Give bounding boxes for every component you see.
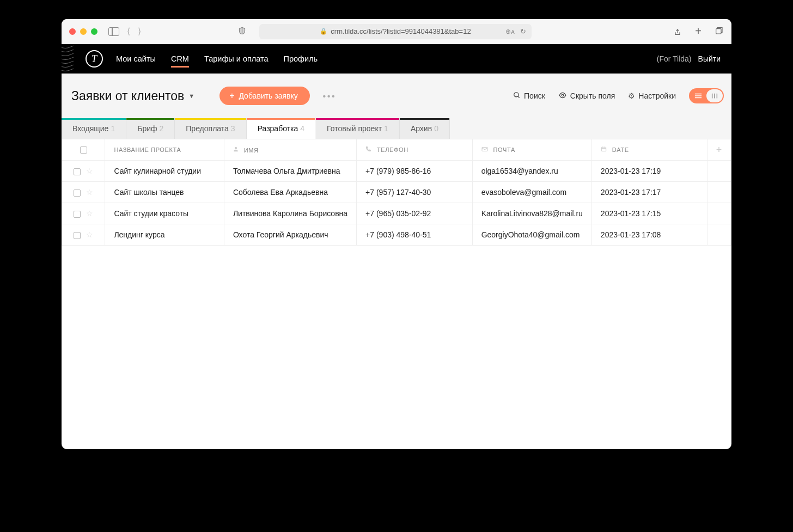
star-icon[interactable]: ☆	[86, 188, 93, 197]
tabs-overview-icon[interactable]	[714, 27, 724, 36]
logout-link[interactable]: Выйти	[698, 54, 721, 63]
cell-phone[interactable]: +7 (965) 035-02-92	[357, 203, 473, 224]
column-header-name[interactable]: ИМЯ	[224, 139, 356, 161]
url-text: crm.tilda.cc/lists/?listid=9914044381&ta…	[331, 27, 471, 35]
column-header-checkbox[interactable]	[62, 139, 105, 161]
cell-project[interactable]: Лендинг курса	[105, 224, 224, 246]
row-controls: ☆	[62, 161, 105, 182]
tab-count: 1	[111, 124, 115, 133]
column-header-email[interactable]: ПОЧТА	[472, 139, 591, 161]
lock-icon: 🔒	[320, 28, 327, 35]
status-tab-4[interactable]: Готовый проект 1	[316, 118, 400, 139]
row-checkbox[interactable]	[74, 232, 81, 239]
sidebar-toggle-icon[interactable]	[108, 27, 119, 36]
settings-button[interactable]: ⚙ Настройки	[628, 91, 676, 100]
add-lead-button[interactable]: + Добавить заявку	[219, 87, 310, 105]
status-tab-0[interactable]: Входящие 1	[62, 118, 126, 139]
cell-email[interactable]: KarolinaLitvinova828@mail.ru	[472, 203, 591, 224]
nav-back-icon[interactable]: ⟨	[127, 26, 130, 36]
eye-icon	[558, 91, 567, 101]
share-icon[interactable]	[673, 27, 682, 36]
nav-item-0[interactable]: Мои сайты	[116, 45, 156, 73]
status-tab-5[interactable]: Архив 0	[400, 118, 450, 139]
list-view-icon[interactable]	[690, 89, 706, 102]
row-checkbox[interactable]	[74, 168, 81, 175]
cell-project[interactable]: Сайт студии красоты	[105, 203, 224, 224]
list-title-dropdown[interactable]: Заявки от клиентов ▼	[71, 89, 194, 103]
table-row[interactable]: ☆Сайт школы танцевСоболева Ева Аркадьевн…	[62, 182, 731, 203]
nav-item-3[interactable]: Профиль	[284, 45, 318, 73]
cell-email[interactable]: olga16534@yandex.ru	[472, 161, 591, 182]
new-tab-icon[interactable]: +	[693, 27, 703, 36]
phone-icon	[365, 146, 374, 154]
tab-count: 2	[160, 124, 164, 133]
star-icon[interactable]: ☆	[86, 230, 93, 239]
table-row[interactable]: ☆Сайт кулинарной студииТолмачева Ольга Д…	[62, 161, 731, 182]
row-checkbox[interactable]	[74, 211, 81, 218]
view-mode-toggle[interactable]	[689, 88, 724, 103]
cell-phone[interactable]: +7 (957) 127-40-30	[357, 182, 473, 203]
row-checkbox[interactable]	[74, 189, 81, 197]
hide-fields-button[interactable]: Скрыть поля	[558, 91, 615, 101]
tab-label: Готовый проект	[327, 124, 382, 133]
list-title-text: Заявки от клиентов	[71, 89, 184, 103]
cell-email[interactable]: GeorgiyOhota40@gmail.com	[472, 224, 591, 246]
privacy-shield-icon[interactable]	[238, 27, 246, 36]
cell-date[interactable]: 2023-01-23 17:19	[591, 161, 707, 182]
cell-project[interactable]: Сайт школы танцев	[105, 182, 224, 203]
maximize-window-icon[interactable]	[91, 28, 97, 35]
select-all-checkbox[interactable]	[80, 146, 87, 154]
nav-item-1[interactable]: CRM	[171, 45, 189, 73]
tab-count: 4	[300, 124, 304, 133]
cell-email[interactable]: evasoboleva@gmail.com	[472, 182, 591, 203]
add-lead-label: Добавить заявку	[239, 91, 297, 100]
kanban-view-icon[interactable]	[706, 89, 723, 102]
cell-empty	[707, 161, 731, 182]
nav-item-2[interactable]: Тарифы и оплата	[204, 45, 269, 73]
minimize-window-icon[interactable]	[80, 28, 87, 35]
cell-person[interactable]: Литвинова Каролина Борисовна	[224, 203, 356, 224]
url-bar[interactable]: 🔒 crm.tilda.cc/lists/?listid=9914044381&…	[259, 24, 532, 39]
cell-person[interactable]: Толмачева Ольга Дмитриевна	[224, 161, 356, 182]
column-header-project[interactable]: НАЗВАНИЕ ПРОЕКТА	[105, 139, 224, 161]
plus-icon: +	[229, 91, 234, 101]
nav-forward-icon[interactable]: ⟩	[138, 26, 141, 36]
svg-point-10	[235, 146, 237, 149]
main-nav: Мои сайтыCRMТарифы и оплатаПрофиль	[116, 45, 318, 73]
cell-phone[interactable]: +7 (903) 498-40-51	[357, 224, 473, 246]
row-controls: ☆	[62, 182, 105, 203]
row-controls: ☆	[62, 203, 105, 224]
browser-window: ⟨ ⟩ 🔒 crm.tilda.cc/lists/?listid=9914044…	[62, 19, 731, 449]
add-column-button[interactable]: +	[707, 139, 731, 161]
cell-project[interactable]: Сайт кулинарной студии	[105, 161, 224, 182]
status-tab-1[interactable]: Бриф 2	[126, 118, 175, 139]
cell-phone[interactable]: +7 (979) 985-86-16	[357, 161, 473, 182]
svg-point-3	[562, 94, 564, 96]
cell-person[interactable]: Соболева Ева Аркадьевна	[224, 182, 356, 203]
tab-label: Архив	[411, 124, 432, 133]
svg-rect-12	[601, 147, 606, 151]
search-button[interactable]: Поиск	[513, 91, 545, 101]
cell-date[interactable]: 2023-01-23 17:17	[591, 182, 707, 203]
tilda-logo-icon[interactable]: T	[86, 50, 103, 68]
star-icon[interactable]: ☆	[86, 167, 93, 175]
status-tab-2[interactable]: Предоплата 3	[175, 118, 246, 139]
cell-person[interactable]: Охота Георгий Аркадьевич	[224, 224, 356, 246]
cell-date[interactable]: 2023-01-23 17:08	[591, 224, 707, 246]
reload-icon[interactable]: ↻	[520, 27, 526, 35]
table-row[interactable]: ☆Сайт студии красотыЛитвинова Каролина Б…	[62, 203, 731, 224]
more-actions-icon[interactable]: •••	[323, 91, 337, 101]
status-tab-3[interactable]: Разработка 4	[247, 118, 316, 139]
column-header-date[interactable]: DATE	[591, 139, 707, 161]
cell-date[interactable]: 2023-01-23 17:15	[591, 203, 707, 224]
star-icon[interactable]: ☆	[86, 209, 93, 218]
close-window-icon[interactable]	[69, 28, 76, 35]
svg-rect-11	[482, 148, 487, 151]
svg-rect-0	[716, 28, 721, 33]
table-row[interactable]: ☆Лендинг курсаОхота Георгий Аркадьевич+7…	[62, 224, 731, 246]
hide-fields-label: Скрыть поля	[570, 91, 615, 100]
tab-count: 1	[384, 124, 388, 133]
column-header-phone[interactable]: ТЕЛЕФОН	[357, 139, 473, 161]
settings-label: Настройки	[638, 91, 676, 100]
translate-icon[interactable]: ⊕ᴀ	[505, 28, 515, 35]
